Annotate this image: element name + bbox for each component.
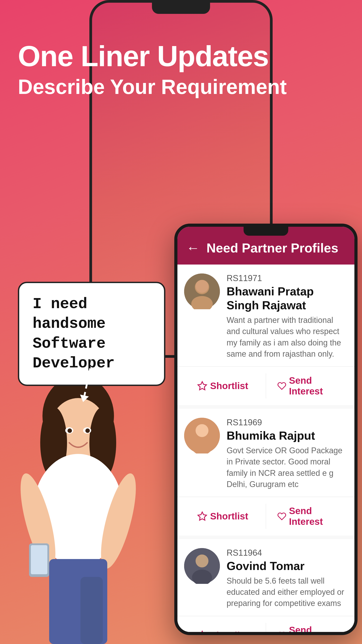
profile-info: RS11971 Bhawani Pratap Singh Rajawat Wan… [227,274,348,360]
profile-item: RS11971 Bhawani Pratap Singh Rajawat Wan… [177,264,355,405]
shortlist-button[interactable]: Shortlist [184,371,261,401]
profile-id: RS11971 [227,274,348,283]
send-interest-button[interactable]: Send Interest [271,502,348,531]
svg-point-25 [196,424,209,437]
svg-marker-31 [198,631,206,634]
profile-info: RS11969 Bhumika Rajput Govt Service OR G… [227,418,348,490]
svg-point-22 [196,280,209,293]
woman-svg [0,376,156,644]
shortlist-button[interactable]: Shortlist [184,621,261,634]
star-icon [197,511,207,522]
avatar [184,548,220,584]
profile-name: Govind Tomar [227,559,348,573]
profile-name: Bhawani Pratap Singh Rajawat [227,284,348,312]
profile-info: RS11964 Govind Tomar Should be 5.6 feets… [227,548,348,609]
shortlist-label: Shortlist [210,380,248,391]
avatar [184,274,220,309]
profile-actions: Shortlist Send Interest [177,616,355,634]
svg-marker-27 [198,512,206,520]
svg-rect-13 [51,577,74,644]
shortlist-label: Shortlist [210,630,248,634]
back-button[interactable]: ← [186,240,200,256]
send-interest-label: Send Interest [289,625,341,634]
svg-rect-14 [80,577,103,644]
svg-rect-11 [31,545,47,574]
profile-id: RS11969 [227,418,348,427]
profile-item: RS11964 Govind Tomar Should be 5.6 feets… [177,539,355,634]
hero-section: One Liner Updates Describe Your Requirem… [18,40,287,99]
profile-actions: Shortlist Send Interest [177,366,355,405]
svg-line-0 [84,360,92,400]
heart-icon [277,630,286,634]
profile-name: Bhumika Rajput [227,429,348,442]
hero-subtitle: Describe Your Requirement [18,74,287,99]
hero-title: One Liner Updates [18,40,287,72]
avatar [184,418,220,454]
phone-front-notch [244,227,288,236]
send-interest-label: Send Interest [289,375,341,397]
profile-item: RS11969 Bhumika Rajput Govt Service OR G… [177,409,355,536]
svg-marker-23 [198,382,206,390]
heart-icon [277,381,286,391]
app-header-title: Need Partner Profiles [206,240,338,255]
star-icon [197,381,207,391]
shortlist-button[interactable]: Shortlist [184,502,261,531]
send-interest-button[interactable]: Send Interest [271,621,348,634]
profile-description: Want a partner with traditional and cult… [227,314,348,360]
svg-point-17 [67,428,72,433]
send-interest-label: Send Interest [289,506,341,527]
send-interest-button[interactable]: Send Interest [271,371,348,401]
woman-figure [0,376,156,644]
phone-front-device: ← Need Partner Profiles RS11971 Bh [174,224,358,635]
profile-description: Govt Service OR Good Package in Private … [227,445,348,490]
profile-description: Should be 5.6 feets tall well educated a… [227,575,348,609]
svg-point-29 [196,554,209,568]
profile-actions: Shortlist Send Interest [177,497,355,536]
profile-list: RS11971 Bhawani Pratap Singh Rajawat Wan… [177,264,355,634]
shortlist-label: Shortlist [210,511,248,522]
svg-point-18 [85,428,90,433]
heart-icon [277,511,286,522]
phone-back-notch [152,3,210,14]
svg-marker-1 [79,395,89,403]
star-icon [197,630,207,634]
profile-id: RS11964 [227,548,348,558]
